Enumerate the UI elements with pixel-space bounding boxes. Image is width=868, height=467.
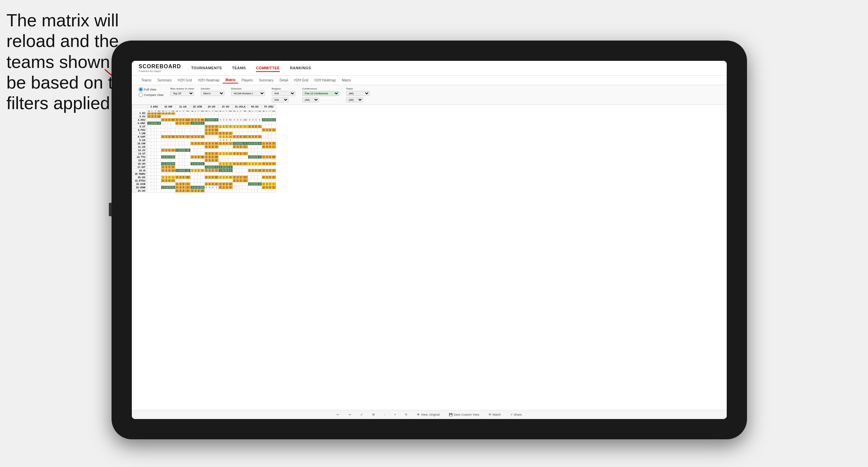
share-icon-btn[interactable]: ⤢ [358,412,365,417]
share-button[interactable]: ↗ Share [508,412,524,417]
matrix-cell: 1 [204,182,208,186]
full-view-radio[interactable]: Full View [139,87,164,92]
matrix-cell [233,132,236,135]
matrix-cell: 1 [204,166,208,169]
matrix-cell: 0 [185,122,191,125]
undo-button[interactable]: ↩ [335,412,341,417]
team-secondary-select[interactable]: (All) [346,97,363,102]
matrix-cell: 0 [204,152,208,155]
matrix-cell [175,128,179,132]
matrix-cell [200,115,204,118]
sub-nav-teams[interactable]: Teams [139,77,154,83]
matrix-cell [248,132,251,135]
matrix-cell [211,135,214,139]
matrix-cell [151,176,154,179]
full-view-input[interactable] [139,87,143,92]
share-icon: ↗ [510,413,513,416]
settings-icon-btn[interactable]: ⚙ [370,412,377,417]
compact-view-radio[interactable]: Compact View [139,93,164,97]
matrix-cell: 0 [262,128,266,132]
matrix-cell [204,149,208,152]
nav-tournaments[interactable]: TOURNAMENTS [191,65,222,72]
matrix-cell [157,139,161,142]
matrix-cell [255,159,258,162]
matrix-cell [194,182,197,186]
sub-nav-summary[interactable]: Summary [154,77,174,83]
refresh-btn[interactable]: ↻ [403,412,410,417]
save-custom-view-button[interactable]: 💾 Save Custom View [447,412,481,417]
matrix-cell [171,142,175,145]
matrix-cell: 1 [175,182,179,186]
sub-nav-h2h-heatmap[interactable]: H2H Heatmap [195,77,222,83]
matrix-cell: 0 [225,132,228,135]
nav-committee[interactable]: COMMITTEE [256,65,280,72]
redo-button[interactable]: ↪ [346,412,353,417]
matrix-cell: 0 [168,166,171,169]
gender-select[interactable]: Men's [201,91,224,96]
matrix-cell [175,125,179,128]
matrix-cell [151,128,154,132]
matrix-cell [194,139,197,142]
max-teams-select[interactable]: Top 25 [170,91,194,96]
row-header: 1. AU [132,112,147,115]
matrix-cell [251,172,255,176]
matrix-cell: 2 [265,155,268,159]
matrix-cell: 0 [211,128,214,132]
matrix-cell: 0 [185,189,191,193]
tablet-frame: SCOREBOARD Powered by clippd TOURNAMENTS… [112,41,747,439]
matrix-cell: 0 [268,182,271,186]
col-header-osu: 57. OSU [262,105,276,108]
matrix-cell: 5 [265,145,268,149]
matrix-cell: 3 [262,118,266,122]
zoom-plus-btn[interactable]: + [392,412,398,417]
watch-button[interactable]: 👁 Watch [486,412,503,417]
sub-nav-matrix[interactable]: Matrix [223,77,238,83]
col-header-ucb: 22. UCB [191,105,204,108]
sub-nav-h2h-grid[interactable]: H2H Grid [175,77,195,83]
matrix-cell [255,115,258,118]
matrix-cell: 0 [242,162,248,166]
matrix-cell: 0 [271,182,276,186]
zoom-minus-btn[interactable]: - [382,412,387,417]
sub-nav-h2h-heatmap2[interactable]: H2H Heatmap [312,77,338,83]
matrix-cell: 13 [258,169,262,172]
matrix-cell: 0 [197,162,200,166]
matrix-cell [179,132,182,135]
sub-nav-h2h-grid2[interactable]: H2H Grid [291,77,311,83]
sub-nav-detail[interactable]: Detail [277,77,291,83]
compact-view-input[interactable] [139,93,143,97]
sub-nav-players[interactable]: Players [239,77,256,83]
matrix-cell [258,176,262,179]
sh-w2: W [161,109,165,113]
region-secondary-select[interactable]: N/A [272,97,289,102]
matrix-cell [165,128,168,132]
matrix-cell: 0 [214,182,219,186]
matrix-cell [211,179,214,182]
matrix-cell: 0 [214,145,219,149]
sub-nav-matrix2[interactable]: Matrix [339,77,354,83]
matrix-cell [154,142,157,145]
matrix-cell: 0 [225,166,228,169]
matrix-cell [182,152,185,155]
conference-secondary-select[interactable]: (All) [302,97,319,102]
matrix-scroll-area[interactable]: 3. ASU 10. UW 11. UA 22. UCB 24. UO 27. … [132,105,727,410]
nav-teams[interactable]: TEAMS [232,65,246,72]
table-row: 5. UT0200110011000200 [132,125,276,128]
matrix-cell [182,179,185,182]
nav-rankings[interactable]: RANKINGS [290,65,311,72]
matrix-cell [258,145,262,149]
matrix-cell [251,145,255,149]
view-original-button[interactable]: 👁 View: Original [415,412,441,417]
matrix-cell [262,149,266,152]
matrix-cell: 1 [219,135,222,139]
matrix-cell [151,189,154,193]
team-select[interactable]: (All) [346,91,370,96]
matrix-cell [236,132,239,135]
matrix-cell [242,128,248,132]
sub-nav-summary2[interactable]: Summary [256,77,276,83]
conference-select[interactable]: Pac-12 Conference [302,91,339,96]
division-select[interactable]: NCAA Division I [231,91,265,96]
matrix-cell [182,139,185,142]
matrix-cell: 0 [211,159,214,162]
region-select[interactable]: N/A [272,91,295,96]
